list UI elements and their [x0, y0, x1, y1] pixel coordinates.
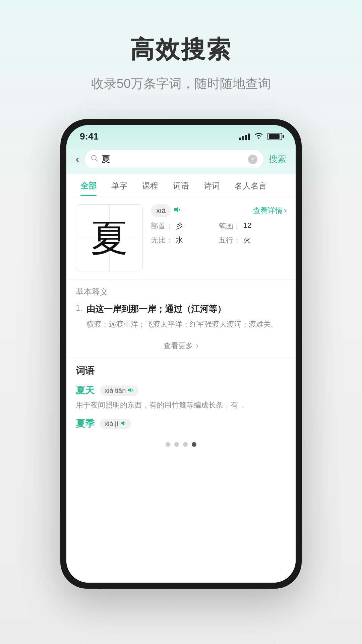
- prop-value-bihua: 12: [243, 221, 251, 231]
- word-pinyin-1: xià tiān: [100, 385, 138, 396]
- prop-label-wubi: 无比：: [151, 235, 173, 245]
- search-area: ‹ 夏 × 搜索: [66, 145, 296, 174]
- dot-4[interactable]: [192, 442, 196, 447]
- character-display: 夏: [76, 204, 143, 271]
- prop-label-bihua: 笔画：: [219, 221, 241, 231]
- phone-screen: 9:41: [66, 125, 296, 583]
- tab-quote[interactable]: 名人名言: [227, 174, 274, 196]
- phone-mockup: 9:41: [60, 119, 302, 589]
- back-button[interactable]: ‹: [76, 153, 79, 165]
- definitions-title: 基本释义: [76, 286, 286, 297]
- word-sound-icon-2[interactable]: [120, 420, 126, 428]
- tab-course[interactable]: 课程: [135, 174, 166, 196]
- see-more-button[interactable]: 查看更多 ›: [66, 334, 296, 358]
- def-content-1: 由这一岸到那一岸；通过（江河等） 横渡；远渡重洋；飞渡太平洋；红军强渡大渡河；渡…: [86, 303, 286, 330]
- wifi-icon: [254, 132, 263, 141]
- character-card: 夏 xià: [66, 196, 296, 280]
- detail-arrow: ›: [284, 206, 286, 215]
- page-background: 高效搜索 收录50万条字词，随时随地查询 9:41: [0, 0, 362, 644]
- word-item-2[interactable]: 夏季 xià jì: [76, 417, 286, 430]
- char-prop-wubi: 无比： 水: [151, 235, 219, 245]
- word-desc-1: 用于夜间照明的东西，有的用竹篾等编成长条，有...: [76, 399, 286, 411]
- content-area: 夏 xià: [66, 196, 296, 583]
- tab-word[interactable]: 词语: [166, 174, 196, 196]
- search-button[interactable]: 搜索: [269, 153, 286, 165]
- status-time: 9:41: [80, 131, 99, 142]
- prop-label-wuxing: 五行：: [219, 235, 241, 245]
- svg-line-2: [96, 159, 98, 161]
- clear-button[interactable]: ×: [248, 155, 257, 164]
- status-icons: [239, 132, 282, 141]
- page-title: 高效搜索: [130, 34, 232, 66]
- page-subtitle: 收录50万条字词，随时随地查询: [91, 75, 271, 92]
- words-section: 词语 夏天 xià tiān: [66, 358, 296, 430]
- definition-item-1: 1. 由这一岸到那一岸；通过（江河等） 横渡；远渡重洋；飞渡太平洋；红军强渡大渡…: [76, 303, 286, 330]
- word-item-1[interactable]: 夏天 xià tiān 用于夜: [76, 384, 286, 411]
- character-pinyin-group: xià: [151, 204, 181, 217]
- word-char-2: 夏季: [76, 417, 95, 430]
- prop-label-bushou: 部首：: [151, 221, 173, 231]
- see-more-arrow: ›: [196, 341, 198, 350]
- pinyin-tag: xià: [151, 204, 171, 217]
- dot-3[interactable]: [183, 442, 188, 447]
- words-title: 词语: [76, 365, 286, 377]
- dot-1[interactable]: [166, 442, 170, 447]
- character-header: xià 查看详情 ›: [151, 204, 286, 217]
- sound-icon[interactable]: [174, 206, 181, 215]
- word-pinyin-text-2: xià jì: [105, 420, 118, 428]
- page-dots: [66, 437, 296, 452]
- battery-icon: [267, 133, 282, 140]
- tab-poetry[interactable]: 诗词: [196, 174, 227, 196]
- char-prop-wuxing: 五行： 火: [219, 235, 286, 245]
- tab-single-char[interactable]: 单字: [104, 174, 135, 196]
- word-pinyin-text-1: xià tiān: [105, 387, 126, 394]
- def-num-1: 1.: [76, 303, 82, 330]
- tab-all[interactable]: 全部: [73, 174, 104, 196]
- word-header-2: 夏季 xià jì: [76, 417, 286, 430]
- word-pinyin-2: xià jì: [100, 419, 131, 429]
- search-bar[interactable]: 夏 ×: [85, 150, 263, 168]
- search-icon: [91, 155, 98, 164]
- word-sound-icon-1[interactable]: [128, 387, 134, 394]
- detail-link[interactable]: 查看详情 ›: [253, 206, 286, 216]
- prop-value-bushou: 彡: [176, 221, 183, 231]
- def-example-1: 横渡；远渡重洋；飞渡太平洋；红军强渡大渡河；渡难关。: [86, 318, 286, 330]
- char-prop-bushou: 部首： 彡: [151, 221, 219, 231]
- character-props: 部首： 彡 笔画： 12 无比： 水: [151, 221, 286, 245]
- prop-value-wubi: 水: [176, 235, 183, 245]
- character-info: xià 查看详情 ›: [151, 204, 286, 271]
- status-bar: 9:41: [66, 125, 296, 145]
- detail-label: 查看详情: [253, 206, 283, 216]
- def-main-1: 由这一岸到那一岸；通过（江河等）: [86, 303, 286, 316]
- svg-marker-3: [174, 207, 178, 213]
- dot-2[interactable]: [174, 442, 179, 447]
- word-header-1: 夏天 xià tiān: [76, 384, 286, 397]
- svg-marker-4: [128, 388, 131, 392]
- tab-bar: 全部 单字 课程 词语 诗词 名人名言: [66, 174, 296, 196]
- svg-point-0: [258, 138, 259, 139]
- definitions-section: 基本释义 1. 由这一岸到那一岸；通过（江河等） 横渡；远渡重洋；飞渡太平洋；红…: [66, 280, 296, 330]
- search-input-text: 夏: [102, 153, 245, 165]
- word-char-1: 夏天: [76, 384, 95, 397]
- signal-icon: [239, 133, 250, 140]
- prop-value-wuxing: 火: [243, 235, 251, 245]
- see-more-label: 查看更多: [164, 341, 193, 351]
- svg-marker-5: [121, 421, 124, 426]
- character-main: 夏: [91, 219, 128, 256]
- char-prop-bihua: 笔画： 12: [219, 221, 286, 231]
